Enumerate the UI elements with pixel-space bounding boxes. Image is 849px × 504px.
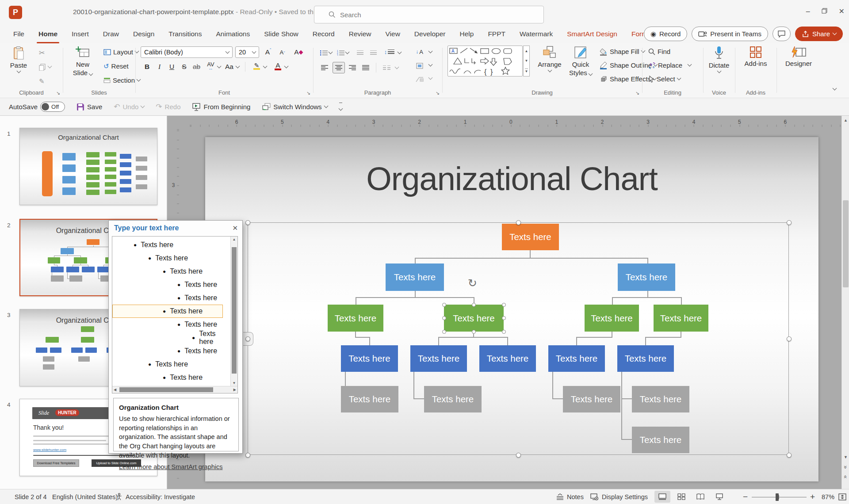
- tab-view[interactable]: View: [379, 25, 407, 43]
- text-pane-item[interactable]: ●Texts here: [112, 252, 223, 265]
- selection-handle[interactable]: [472, 330, 476, 334]
- text-pane-item[interactable]: ●Texts here: [112, 371, 223, 384]
- normal-view-button[interactable]: [654, 491, 670, 503]
- next-slide-button[interactable]: «: [842, 472, 849, 481]
- scroll-down-icon[interactable]: ▼: [231, 381, 237, 385]
- org-chart-node[interactable]: Texts here: [548, 345, 605, 372]
- org-chart-node[interactable]: Texts here: [386, 263, 444, 291]
- org-chart-node[interactable]: Texts here: [341, 386, 398, 412]
- previous-slide-button[interactable]: »: [842, 462, 849, 471]
- tab-smartart-design[interactable]: SmartArt Design: [560, 25, 624, 43]
- selection-handle[interactable]: [442, 303, 446, 307]
- tab-animations[interactable]: Animations: [209, 25, 257, 43]
- notes-button[interactable]: Notes: [556, 489, 584, 504]
- tab-home[interactable]: Home: [31, 25, 65, 43]
- tab-help[interactable]: Help: [453, 25, 481, 43]
- underline-button[interactable]: U: [166, 61, 177, 73]
- qat-overflow-button[interactable]: [339, 103, 342, 111]
- org-chart-node[interactable]: Texts here: [632, 427, 689, 453]
- slide-sorter-view-button[interactable]: [673, 491, 689, 503]
- org-chart-node[interactable]: Texts here: [563, 386, 620, 412]
- fit-to-window-button[interactable]: [838, 489, 846, 504]
- paste-button[interactable]: Paste: [5, 46, 32, 73]
- tab-design[interactable]: Design: [126, 25, 161, 43]
- org-chart-node[interactable]: Texts here: [424, 386, 482, 412]
- redo-button[interactable]: ↷Redo: [156, 102, 180, 111]
- search-input[interactable]: Search: [314, 6, 544, 23]
- bold-button[interactable]: B: [142, 61, 153, 73]
- format-painter-button[interactable]: ✎: [39, 75, 45, 87]
- align-text-button[interactable]: [414, 60, 425, 72]
- present-in-teams-button[interactable]: Present in Teams: [692, 27, 768, 41]
- tab-file[interactable]: File: [6, 25, 31, 43]
- text-pane-item[interactable]: ●Texts here: [112, 305, 223, 318]
- tab-transitions[interactable]: Transitions: [161, 25, 209, 43]
- tab-slide-show[interactable]: Slide Show: [257, 25, 306, 43]
- record-button[interactable]: ◉Record: [644, 27, 687, 41]
- section-button[interactable]: Section: [103, 74, 140, 86]
- org-chart-node[interactable]: Texts here: [585, 305, 639, 332]
- org-chart-node[interactable]: Texts here: [444, 305, 504, 332]
- tab-record[interactable]: Record: [306, 25, 342, 43]
- find-button[interactable]: Find: [648, 46, 670, 57]
- align-right-button[interactable]: [347, 62, 358, 73]
- numbering-button[interactable]: 123: [335, 47, 346, 58]
- decrease-indent-button[interactable]: [355, 47, 366, 58]
- copy-button[interactable]: [39, 61, 51, 73]
- cut-button[interactable]: ✂: [39, 47, 45, 59]
- scrollbar-thumb[interactable]: [119, 387, 213, 392]
- text-pane-hscrollbar[interactable]: ◀ ▶: [112, 386, 237, 393]
- from-beginning-button[interactable]: From Beginning: [192, 103, 250, 111]
- quick-styles-button[interactable]: QuickStyles: [567, 46, 594, 77]
- slide-title[interactable]: Organizational Chart: [205, 160, 818, 198]
- minimize-button[interactable]: –: [806, 8, 810, 15]
- replace-button[interactable]: bcReplace: [648, 59, 691, 71]
- restore-button[interactable]: [822, 8, 827, 15]
- align-center-button[interactable]: [333, 62, 345, 73]
- scroll-right-icon[interactable]: ▶: [233, 388, 236, 392]
- org-chart-node[interactable]: Texts here: [328, 305, 383, 332]
- font-color-button[interactable]: A: [272, 60, 283, 72]
- paragraph-dialog-launcher[interactable]: ↘: [436, 90, 440, 96]
- tab-draw[interactable]: Draw: [96, 25, 126, 43]
- text-pane-item[interactable]: ●Texts here: [112, 291, 223, 305]
- org-chart-node[interactable]: Texts here: [502, 224, 559, 250]
- highlight-color-button[interactable]: ✎: [251, 60, 262, 72]
- tab-watermark[interactable]: Watermark: [512, 25, 560, 43]
- reading-view-button[interactable]: [692, 491, 708, 503]
- align-left-button[interactable]: [319, 62, 330, 73]
- org-chart-node[interactable]: Texts here: [617, 345, 674, 372]
- change-case-button[interactable]: Aa: [224, 61, 235, 73]
- selection-handle[interactable]: [442, 330, 446, 334]
- shapes-gallery[interactable]: A { }: [447, 46, 523, 76]
- drawing-dialog-launcher[interactable]: ↘: [635, 90, 639, 96]
- font-name-combo[interactable]: Calibri (Body): [141, 46, 233, 58]
- autosave-toggle[interactable]: AutoSave Off: [9, 102, 65, 112]
- strikethrough-button[interactable]: S: [179, 61, 190, 73]
- designer-button[interactable]: Designer: [783, 46, 815, 68]
- scroll-up-icon[interactable]: ▲: [231, 237, 237, 241]
- selection-handle[interactable]: [472, 303, 476, 307]
- switch-windows-button[interactable]: Switch Windows: [262, 103, 327, 111]
- select-button[interactable]: Select: [648, 73, 681, 85]
- zoom-level[interactable]: 87%: [822, 489, 834, 504]
- columns-button[interactable]: [381, 62, 392, 73]
- scrollbar-thumb[interactable]: [232, 247, 237, 374]
- scroll-down-button[interactable]: ▼: [842, 453, 849, 462]
- text-pane-item[interactable]: ●Texts here: [112, 265, 223, 278]
- selection-handle[interactable]: [502, 316, 506, 320]
- selection-handle[interactable]: [787, 220, 792, 225]
- increase-indent-button[interactable]: [368, 47, 379, 58]
- font-dialog-launcher[interactable]: ↘: [306, 90, 310, 96]
- add-ins-button[interactable]: Add-ins: [742, 46, 770, 68]
- text-pane-vscrollbar[interactable]: ▲ ▼: [230, 237, 237, 386]
- close-button[interactable]: ✕: [839, 7, 845, 15]
- shape-fill-button[interactable]: Shape Fill: [600, 46, 645, 57]
- line-spacing-button[interactable]: ↕: [384, 46, 395, 57]
- org-chart-node[interactable]: Texts here: [410, 345, 467, 372]
- text-pane-item[interactable]: ●Texts here: [112, 318, 223, 331]
- clipboard-dialog-launcher[interactable]: ↘: [56, 90, 60, 96]
- italic-button[interactable]: I: [154, 61, 165, 73]
- layout-button[interactable]: Layout: [103, 46, 138, 58]
- bullets-button[interactable]: [318, 47, 329, 58]
